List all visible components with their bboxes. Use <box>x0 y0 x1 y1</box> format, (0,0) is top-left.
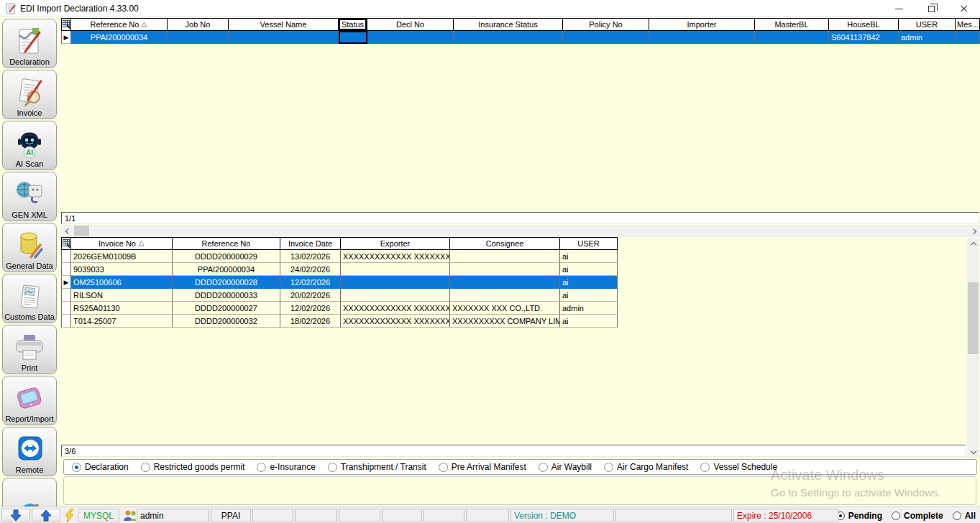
cell-invoice-no[interactable]: RS25A01130 <box>71 302 173 315</box>
row-indicator[interactable] <box>61 302 71 315</box>
cell-masterbl[interactable] <box>755 31 829 44</box>
column-header-importer[interactable]: Importer <box>649 18 755 31</box>
column-header-reference-no[interactable]: Reference No <box>71 18 168 31</box>
doc-type-option-vessel-schedule[interactable]: Vessel Schedule <box>700 462 777 472</box>
cell-reference-no[interactable]: DDDD200000032 <box>173 315 280 328</box>
cell-user[interactable]: ai <box>560 276 618 289</box>
doc-type-option-air-cargo-manifest[interactable]: Air Cargo Manifest <box>604 462 688 472</box>
cell-invoice-no[interactable]: 2026GEM01009B <box>71 250 173 263</box>
move-up-button[interactable] <box>32 509 60 522</box>
column-header-decl-no[interactable]: Decl No <box>367 18 454 31</box>
cell-invoice-date[interactable]: 13/02/2026 <box>280 250 341 263</box>
row-indicator[interactable]: ▶ <box>61 31 71 44</box>
vertical-scroll-thumb[interactable] <box>968 282 979 354</box>
sidebar-item-remote[interactable]: Remote <box>2 427 57 476</box>
scroll-right-button[interactable] <box>968 225 980 237</box>
filter-option-all[interactable]: All <box>953 511 976 521</box>
doc-type-option-pre-arrival-manifest[interactable]: Pre Arrival Manifest <box>439 462 526 472</box>
sidebar-item-gen-xml[interactable]: GEN XML <box>2 172 57 221</box>
cell-user[interactable]: admin <box>899 31 956 44</box>
column-header-consignee[interactable]: Consignee <box>450 237 560 250</box>
cell-reference-no[interactable]: DDDD200000029 <box>173 250 280 263</box>
doc-type-option-restricted-goods-permit[interactable]: Restricted goods permit <box>141 462 245 472</box>
filter-option-complete[interactable]: Complete <box>892 511 943 521</box>
cell-exporter[interactable] <box>341 276 450 289</box>
close-button[interactable] <box>948 0 980 17</box>
cell-exporter[interactable]: XXXXXXXXXXXXX XXXXXXXXX... <box>341 302 450 315</box>
column-header-status[interactable]: Status <box>339 18 367 31</box>
cell-reference-no[interactable]: DDDD200000033 <box>173 289 280 302</box>
cell-user[interactable]: ai <box>560 263 618 276</box>
column-header-invoice-date[interactable]: Invoice Date <box>280 237 341 250</box>
cell-invoice-no[interactable]: RILSON <box>71 289 173 302</box>
cell-reference-no[interactable]: PPAI200000034 <box>71 31 168 44</box>
cell-vessel-name[interactable] <box>229 31 339 44</box>
row-indicator[interactable]: ▶ <box>61 276 71 289</box>
cell-consignee[interactable]: XXXXXXXXXX COMPANY LIMI... <box>450 315 560 328</box>
cell-exporter[interactable]: XXXXXXXXXXXXX XXXXXXXXX... <box>341 315 450 328</box>
grid-corner[interactable] <box>61 237 71 250</box>
cell-user[interactable]: ai <box>560 250 618 263</box>
column-header-exporter[interactable]: Exporter <box>341 237 450 250</box>
cell-invoice-date[interactable]: 20/02/2026 <box>280 289 341 302</box>
minimize-button[interactable] <box>883 0 915 17</box>
cell-status[interactable] <box>339 31 367 44</box>
sidebar-item-invoice[interactable]: Invoice <box>2 70 57 119</box>
cell-decl-no[interactable] <box>367 31 454 44</box>
cell-reference-no[interactable]: DDDD200000027 <box>173 302 280 315</box>
cell-invoice-no[interactable]: T014-25007 <box>71 315 173 328</box>
cell-consignee[interactable] <box>450 289 560 302</box>
cell-invoice-date[interactable]: 12/02/2026 <box>280 302 341 315</box>
column-header-user[interactable]: USER <box>560 237 618 250</box>
cell-consignee[interactable] <box>450 250 560 263</box>
column-header-mes[interactable]: Mes... <box>956 18 980 31</box>
column-header-masterbl[interactable]: MasterBL <box>755 18 829 31</box>
column-header-invoice-no[interactable]: Invoice No <box>71 237 173 250</box>
sidebar-item-declaration[interactable]: Declaration <box>2 19 57 68</box>
filter-option-pending[interactable]: Pending <box>836 511 882 521</box>
row-indicator[interactable] <box>61 250 71 263</box>
horizontal-scroll-thumb[interactable] <box>74 226 89 236</box>
cell-invoice-no[interactable]: OM25100606 <box>71 276 173 289</box>
cell-consignee[interactable]: XXXXXXX XXX CO.,LTD. <box>450 302 560 315</box>
cell-invoice-date[interactable]: 18/02/2026 <box>280 315 341 328</box>
column-header-user[interactable]: USER <box>899 18 956 31</box>
cell-reference-no[interactable]: PPAI200000034 <box>173 263 280 276</box>
row-indicator[interactable] <box>61 315 71 328</box>
cell-policy-no[interactable] <box>563 31 649 44</box>
move-down-button[interactable] <box>1 509 30 522</box>
column-header-vessel-name[interactable]: Vessel Name <box>229 18 339 31</box>
cell-exporter[interactable] <box>341 289 450 302</box>
horizontal-scrollbar[interactable] <box>61 225 980 237</box>
sidebar-item-sync[interactable] <box>2 478 57 506</box>
cell-job-no[interactable] <box>168 31 229 44</box>
doc-type-option-transhipment-transit[interactable]: Transhipment / Transit <box>328 462 426 472</box>
column-header-reference-no[interactable]: Reference No <box>173 237 280 250</box>
restore-button[interactable] <box>915 0 948 17</box>
column-header-housebl[interactable]: HouseBL <box>829 18 899 31</box>
scroll-left-button[interactable] <box>61 225 73 237</box>
cell-invoice-no[interactable]: 9039033 <box>71 263 173 276</box>
sidebar-item-general-data[interactable]: General Data <box>2 223 57 272</box>
sidebar-item-ai-scan[interactable]: AIAI Scan <box>2 121 57 170</box>
cell-exporter[interactable] <box>341 263 450 276</box>
scroll-down-button[interactable] <box>967 445 979 458</box>
scroll-up-button[interactable] <box>967 238 979 250</box>
doc-type-option-air-waybill[interactable]: Air Waybill <box>539 462 592 472</box>
cell-consignee[interactable] <box>450 276 560 289</box>
cell-consignee[interactable] <box>450 263 560 276</box>
vertical-scrollbar[interactable] <box>967 238 979 458</box>
cell-user[interactable]: ai <box>560 289 618 302</box>
column-header-job-no[interactable]: Job No <box>168 18 229 31</box>
cell-invoice-date[interactable]: 24/02/2026 <box>280 263 341 276</box>
cell-insurance-status[interactable] <box>454 31 563 44</box>
column-header-insurance-status[interactable]: Insurance Status <box>454 18 563 31</box>
cell-importer[interactable] <box>649 31 755 44</box>
cell-user[interactable]: admin <box>560 302 618 315</box>
doc-type-option-declaration[interactable]: Declaration <box>72 462 129 472</box>
row-indicator[interactable] <box>61 263 71 276</box>
sidebar-item-report-import[interactable]: Report/Import <box>2 376 57 425</box>
doc-type-option-e-insurance[interactable]: e-Insurance <box>257 462 315 472</box>
sidebar-item-print[interactable]: Print <box>2 325 57 374</box>
column-header-policy-no[interactable]: Policy No <box>563 18 649 31</box>
